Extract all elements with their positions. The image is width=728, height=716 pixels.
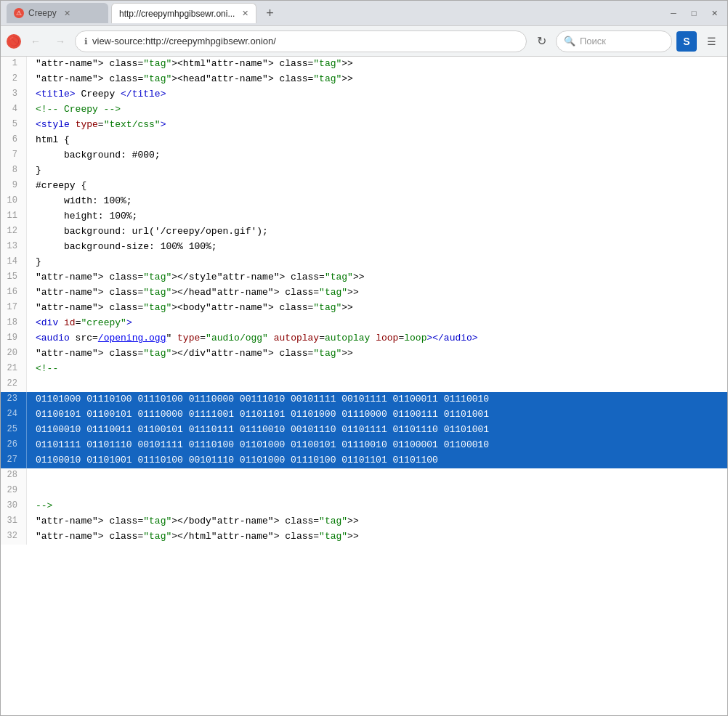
source-line: 11 height: 100%; (1, 209, 727, 224)
line-content: background: #000; (27, 148, 161, 163)
source-line: 5<style type="text/css"> (1, 118, 727, 133)
new-tab-button[interactable]: + (259, 3, 280, 23)
line-content: background-size: 100% 100%; (27, 240, 217, 255)
favicon-inactive: ⚠ (14, 8, 24, 18)
minimize-button[interactable]: ─ (666, 6, 681, 20)
search-placeholder: Поиск (580, 36, 606, 46)
source-line: 31"attr-name"> class="tag"></body"attr-n… (1, 514, 727, 529)
line-number: 4 (1, 102, 27, 118)
source-line: 22 (1, 377, 727, 392)
line-number: 8 (1, 163, 27, 179)
source-line: 2601101111 01101110 00101111 01110100 01… (1, 438, 727, 453)
close-button[interactable]: ✕ (707, 6, 721, 20)
url-text: view-source:http://creepymhpgibsewr.onio… (92, 36, 276, 46)
line-number: 11 (1, 209, 27, 224)
title-bar: ⚠ Creepy ✕ http://creepymhpgibsewr.oni..… (1, 1, 727, 26)
line-content: "attr-name"> class="tag"></head"attr-nam… (27, 285, 359, 301)
source-line: 32"attr-name"> class="tag"></html"attr-n… (1, 529, 727, 545)
source-line: 21<!-- (1, 362, 727, 377)
line-content: 01100101 01100101 01110000 01111001 0110… (27, 407, 489, 423)
address-bar: 🚫 ← → ℹ view-source:http://creepymhpgibs… (1, 26, 727, 57)
tab-inactive[interactable]: ⚠ Creepy ✕ (7, 3, 108, 23)
line-content: 01101000 01110100 01110100 01110000 0011… (27, 392, 489, 407)
source-line: 2501100010 01110011 01100101 01110111 01… (1, 423, 727, 438)
line-content: <!-- Creepy --> (27, 102, 121, 118)
tab-inactive-label: Creepy (28, 8, 57, 18)
source-line: 15"attr-name"> class="tag"></style"attr-… (1, 270, 727, 285)
line-content (27, 484, 36, 499)
line-content: width: 100%; (27, 194, 132, 209)
line-content: <title> Creepy </title> (27, 87, 166, 102)
line-number: 3 (1, 87, 27, 102)
source-line: 6html { (1, 133, 727, 148)
line-content: 01101111 01101110 00101111 01110100 0110… (27, 438, 489, 453)
browser-window: ⚠ Creepy ✕ http://creepymhpgibsewr.oni..… (0, 0, 728, 716)
source-line: 14} (1, 255, 727, 270)
line-content: "attr-name"> class="tag"><head"attr-name… (27, 72, 353, 87)
line-number: 7 (1, 148, 27, 163)
refresh-button[interactable]: ↻ (531, 31, 551, 52)
line-number: 20 (1, 346, 27, 362)
line-content: 01100010 01101001 01110100 00101110 0110… (27, 453, 438, 468)
source-line: 13 background-size: 100% 100%; (1, 240, 727, 255)
line-number: 19 (1, 331, 27, 346)
source-line: 20"attr-name"> class="tag"></div"attr-na… (1, 346, 727, 362)
line-content: html { (27, 133, 70, 148)
line-content: <div id="creepy"> (27, 316, 132, 331)
source-view: 1"attr-name"> class="tag"><html"attr-nam… (1, 57, 727, 715)
source-line: 4<!-- Creepy --> (1, 102, 727, 118)
line-number: 32 (1, 529, 27, 545)
line-number: 5 (1, 118, 27, 133)
source-line: 29 (1, 484, 727, 499)
line-number: 14 (1, 255, 27, 270)
line-number: 1 (1, 57, 27, 72)
url-bar[interactable]: ℹ view-source:http://creepymhpgibsewr.on… (75, 30, 527, 52)
tab-active-label: http://creepymhpgibsewr.oni... (119, 9, 235, 19)
source-line: 8} (1, 163, 727, 179)
line-content: background: url('/creepy/open.gif'); (27, 224, 268, 240)
line-number: 9 (1, 179, 27, 194)
line-content: <style type="text/css"> (27, 118, 166, 133)
forward-button[interactable]: → (50, 31, 70, 52)
source-line: 1"attr-name"> class="tag"><html"attr-nam… (1, 57, 727, 72)
restore-button[interactable]: □ (687, 6, 701, 20)
source-line: 17"attr-name"> class="tag"><body"attr-na… (1, 301, 727, 316)
search-icon: 🔍 (564, 36, 575, 46)
line-number: 13 (1, 240, 27, 255)
source-line: 16"attr-name"> class="tag"></head"attr-n… (1, 285, 727, 301)
source-line: 30--> (1, 499, 727, 514)
source-line: 3<title> Creepy </title> (1, 87, 727, 102)
line-content: #creepy { (27, 179, 86, 194)
line-number: 18 (1, 316, 27, 331)
sync-icon[interactable]: S (676, 31, 697, 52)
line-content: "attr-name"> class="tag"><body"attr-name… (27, 301, 353, 316)
line-number: 17 (1, 301, 27, 316)
source-line: 2401100101 01100101 01110000 01111001 01… (1, 407, 727, 423)
tab-active[interactable]: http://creepymhpgibsewr.oni... ✕ (111, 3, 256, 23)
line-number: 24 (1, 407, 27, 423)
line-number: 25 (1, 423, 27, 438)
line-number: 2 (1, 72, 27, 87)
line-content: --> (27, 499, 52, 514)
source-line: 10 width: 100%; (1, 194, 727, 209)
source-line: 19<audio src=/opening.ogg" type="audio/o… (1, 331, 727, 346)
source-line: 18<div id="creepy"> (1, 316, 727, 331)
search-bar[interactable]: 🔍 Поиск (556, 30, 672, 52)
line-content: "attr-name"> class="tag"></style"attr-na… (27, 270, 365, 285)
tab-inactive-close[interactable]: ✕ (64, 9, 70, 18)
line-number: 26 (1, 438, 27, 453)
line-number: 6 (1, 133, 27, 148)
line-content: } (27, 255, 41, 270)
line-content: "attr-name"> class="tag"></html"attr-nam… (27, 529, 359, 545)
source-line: 9#creepy { (1, 179, 727, 194)
line-content (27, 468, 36, 484)
back-button[interactable]: ← (25, 31, 46, 52)
line-content: } (27, 163, 41, 179)
line-number: 15 (1, 270, 27, 285)
menu-icon[interactable]: ☰ (701, 31, 721, 52)
source-line: 28 (1, 468, 727, 484)
source-line: 7 background: #000; (1, 148, 727, 163)
tab-active-close[interactable]: ✕ (242, 9, 248, 18)
line-number: 30 (1, 499, 27, 514)
line-content: "attr-name"> class="tag"><html"attr-name… (27, 57, 353, 72)
